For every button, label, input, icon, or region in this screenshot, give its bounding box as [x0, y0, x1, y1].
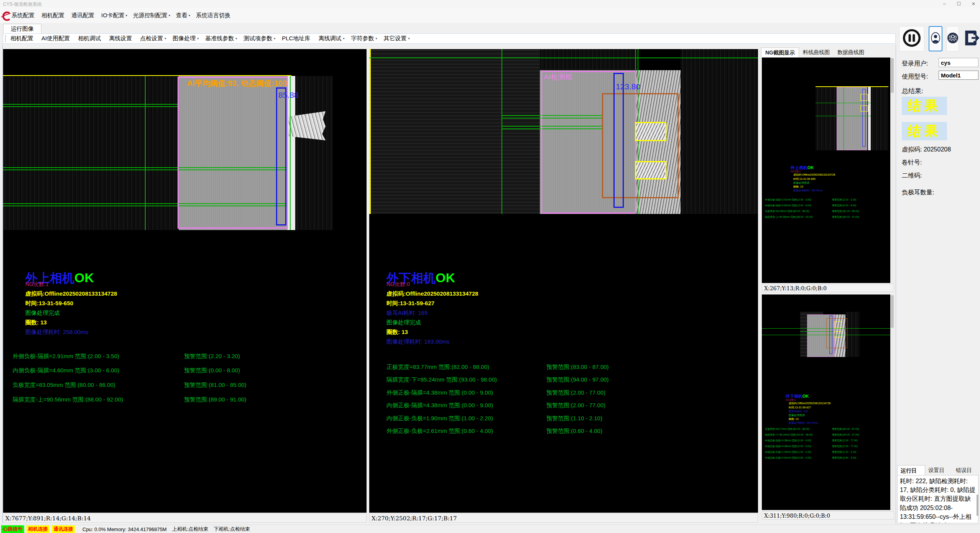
lower-camera-status: 下相机:点检结束 — [214, 526, 250, 533]
menu-item-light-control-config[interactable]: 光源控制配置▾ — [133, 12, 170, 19]
mini-process-done: 图像处理完成 — [789, 413, 805, 417]
mini-measurement-row: 外侧正极-隔膜=4.38mm 范围:(0.00 - 9.00)预警范围:(2.0… — [762, 439, 894, 443]
chevron-down-icon: ▾ — [375, 37, 377, 40]
mini-virtual-code: 虚拟码:Offline20250208133134728 — [793, 173, 835, 177]
maximize-button[interactable]: ☐ — [952, 0, 965, 8]
measurement-row: 内侧正极-负极=1.90mm 范围:(1.00 - 2.20)预警范围:(1.1… — [369, 415, 758, 422]
preview-tab-bar: NG截图显示 料线曲线图 数据曲线图 — [761, 48, 868, 57]
main-left-border — [2, 44, 3, 524]
measure-box-blue — [613, 73, 624, 208]
toolbar-item-camera-debug[interactable]: 相机调试 — [78, 35, 102, 42]
mini-loop-count: 圈数: 13 — [789, 417, 799, 421]
mini-measurement-row: 内侧正极-负极=1.90mm 范围:(1.00 - 2.20)预警范围:(1.1… — [762, 451, 894, 454]
chevron-down-icon: ▾ — [343, 37, 344, 40]
preview-lower-scrollbar[interactable] — [890, 294, 894, 510]
mini-time: 时间:13-31-59-650 — [793, 177, 816, 181]
result-ok-label: OK — [436, 270, 455, 285]
ai-threshold-label: AI平均阈值:93, 动态阈值:100 — [187, 78, 287, 89]
menu-item-io-card-config[interactable]: IO卡配置▾ — [101, 12, 127, 19]
minimize-button[interactable]: – — [938, 0, 951, 8]
upper-camera-view[interactable]: AI平均阈值:93, 动态阈值:100 85.88 外上相机OK NG次数:1 … — [3, 49, 367, 513]
lower-camera-view[interactable]: AI检测框 123.80 外下相机OK NG次数:0 虚拟码:Offline20… — [369, 49, 758, 513]
mini-time: 时间:13-31-59-627 — [789, 406, 811, 410]
user-group-button[interactable] — [946, 26, 959, 51]
model-input[interactable]: Model1 — [939, 71, 978, 80]
measurement-row: 外侧负极-隔膜=2.91mm 范围:(2.00 - 3.50)预警范围:(2.2… — [3, 353, 367, 360]
mini-virtual-code: 虚拟码:Offline20250208133134728 — [789, 401, 830, 405]
mini-ai-time: 极耳AI耗时: 165 — [789, 410, 808, 413]
tab-settings-log[interactable]: 设置日志 — [925, 465, 952, 475]
tab-detection-box-yellow — [635, 161, 666, 179]
menu-item-camera-config[interactable]: 相机配置 — [41, 12, 66, 19]
close-button[interactable]: ✕ — [967, 0, 980, 8]
process-time-label: 图像处理耗时: 258.00ms — [25, 329, 88, 336]
window-titlebar: CYS-视觉检测系统 – ☐ ✕ — [0, 0, 980, 8]
tab-ng-screenshot[interactable]: NG截图显示 — [761, 48, 799, 57]
toolbar-item-baseline-params[interactable]: 基准线参数▾ — [205, 35, 237, 42]
menu-item-language-switch[interactable]: 系统语言切换 — [196, 12, 232, 19]
toolbar-item-image-processing[interactable]: 图像处理▾ — [173, 35, 199, 42]
film-detection-box-violet — [178, 77, 288, 229]
virtual-code-label: 虚拟码:Offline20250208133134728 — [386, 290, 478, 298]
user-button[interactable] — [929, 26, 942, 51]
chevron-down-icon: ▾ — [189, 14, 190, 17]
upper-camera-coords: X:7677;Y:891;R:14;G:14;B:14 — [3, 513, 367, 523]
toolbar-item-char-params[interactable]: 字符参数▾ — [351, 35, 377, 42]
measure-box-blue — [276, 87, 286, 225]
virtual-code-field: 虚拟码: 20250208 — [902, 146, 951, 154]
status-bar: 心跳信号 相机连接 通讯连接 Cpu: 0.0% Memory: 3424.41… — [0, 525, 980, 533]
log-content[interactable]: 耗时: 222, 缺陷检测耗时: 17, 缺陷分类耗时: 0, 缺陷提取分区耗时… — [897, 475, 978, 523]
toolbar-item-offline-debug[interactable]: 离线调试▾ — [318, 35, 344, 42]
view-tab-row: 运行图像 — [0, 23, 980, 33]
pause-icon — [901, 28, 922, 50]
tab-run-image[interactable]: 运行图像 — [3, 24, 41, 33]
toolbar-grip-handle[interactable] — [5, 35, 7, 42]
app-logo-icon — [1, 10, 11, 22]
chevron-down-icon: ▾ — [274, 37, 275, 40]
tab-material-curve[interactable]: 料线曲线图 — [799, 48, 834, 57]
tab-run-log[interactable]: 运行日志 — [897, 465, 925, 475]
toolbar-item-offline-settings[interactable]: 离线设置 — [109, 35, 133, 42]
chevron-down-icon: ▾ — [408, 37, 409, 40]
measurement-row: 内侧负极-隔膜=4.60mm 范围:(3.00 - 6.00)预警范围:(0.0… — [3, 367, 367, 374]
ng-count-label: NG次数:0 — [386, 281, 410, 288]
menu-item-system-config[interactable]: 系统配置 — [12, 12, 36, 19]
preview-lower-coords: X:311;Y:980;R:0;G:0;B:0 — [762, 511, 894, 520]
toolbar-item-other-settings[interactable]: 其它设置▾ — [383, 35, 409, 42]
ai-detection-box-label: AI检测框 — [544, 72, 572, 82]
tab-error-log[interactable]: 错误日志 — [953, 465, 980, 475]
login-user-input[interactable]: cys — [939, 58, 978, 67]
toolbar-item-spot-check-settings[interactable]: 点检设置▾ — [140, 35, 166, 42]
toolbar-item-ai-use-config[interactable]: AI使用配置 — [41, 35, 71, 42]
reference-line-yellow — [3, 75, 291, 76]
mini-process-time: 图像处理耗时: 183.00ms — [789, 421, 818, 425]
result-ok-label: OK — [74, 270, 94, 285]
toolbar-item-plc-address-lib[interactable]: PLC地址库 — [282, 35, 312, 42]
pause-button[interactable] — [899, 26, 924, 51]
toolbar-item-camera-config[interactable]: 相机配置 — [10, 35, 35, 42]
chevron-down-icon: ▾ — [197, 37, 199, 40]
toolbar-item-test-item-params[interactable]: 测试项参数▾ — [243, 35, 275, 42]
mini-process-time: 图像处理耗时: 258.00ms — [793, 189, 823, 192]
mini-process-done: 图像处理完成 — [793, 181, 809, 185]
chevron-down-icon: ▾ — [169, 14, 170, 17]
log-scrollbar[interactable] — [977, 495, 978, 516]
menu-item-view[interactable]: 查看▾ — [176, 12, 190, 19]
app-window: CYS-视觉检测系统 – ☐ ✕ 系统配置 相机配置 通讯配置 IO卡配置▾ 光… — [0, 0, 980, 533]
ng-preview-upper[interactable]: 外上相机OK NG次数:1 虚拟码:Offline202502081331347… — [762, 58, 894, 283]
upper-camera-status: 上相机:点检结束 — [172, 526, 209, 533]
window-title: CYS-视觉检测系统 — [3, 1, 42, 8]
time-label: 时间:13-31-59-650 — [25, 300, 73, 307]
mini-measurement-row: 内侧负极-隔膜=4.60mm 范围:(3.00 - 6.00)预警范围:(0.0… — [762, 204, 894, 208]
mini-measurement-row: 负极宽度=83.05mm 范围:(80.00 - 86.00)预警范围:(81.… — [762, 210, 894, 214]
ng-preview-lower[interactable]: 外下相机OK NG次数:0 虚拟码:Offline202502081331347… — [762, 294, 894, 510]
cpu-memory-text: Cpu: 0.0% Memory: 3424.41796875M — [82, 526, 167, 532]
menu-item-comm-config[interactable]: 通讯配置 — [71, 12, 95, 19]
exit-door-icon — [963, 29, 980, 48]
exit-button[interactable] — [963, 26, 980, 51]
chevron-down-icon: ▾ — [126, 14, 127, 17]
tab-data-curve[interactable]: 数据曲线图 — [834, 48, 868, 57]
preview-upper-scrollbar[interactable] — [890, 58, 894, 283]
mini-loop-count: 圈数: 13 — [793, 185, 803, 189]
measurement-row: 外侧正极-负极=2.61mm 范围:(0.60 - 4.00)预警范围:(0.6… — [369, 428, 758, 434]
